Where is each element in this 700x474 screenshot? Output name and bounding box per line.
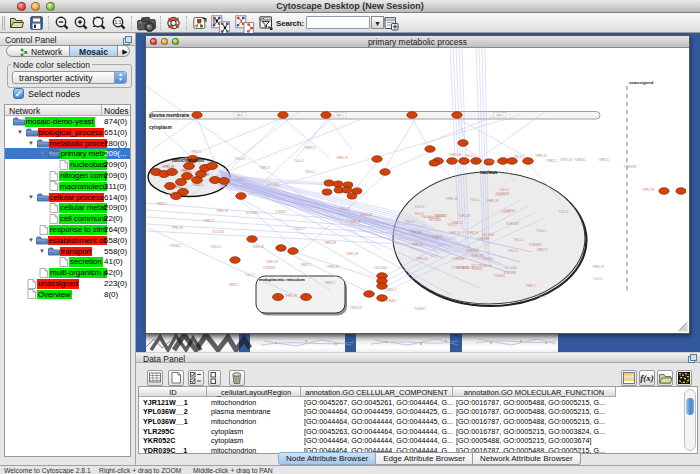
svg-text:YBR2-C: YBR2-C (546, 159, 558, 163)
svg-text:YHR1-W: YHR1-W (216, 209, 228, 213)
svg-text:YJL2-C: YJL2-C (558, 210, 569, 214)
svg-text:unassigned: unassigned (629, 80, 654, 85)
svg-text:YGL0-1: YGL0-1 (294, 159, 305, 163)
svg-text:YPR1-W: YPR1-W (642, 188, 654, 192)
svg-text:YPR1-W: YPR1-W (410, 231, 422, 235)
svg-text:YBR2-C: YBR2-C (203, 219, 215, 223)
svg-text:YPR1-W: YPR1-W (411, 243, 423, 247)
svg-text:YGL0-1: YGL0-1 (173, 185, 184, 189)
svg-text:YGL0-1: YGL0-1 (414, 205, 425, 209)
svg-text:f(x): f(x) (640, 373, 654, 383)
svg-text:YOR33W: YOR33W (452, 257, 465, 261)
svg-text:YGL0-1: YGL0-1 (470, 198, 481, 202)
svg-text:YKL0-2: YKL0-2 (305, 170, 315, 174)
svg-text:YDR1-W: YDR1-W (458, 214, 470, 218)
svg-text:YBR2-C: YBR2-C (180, 169, 192, 173)
svg-text:YBR2-C: YBR2-C (190, 150, 202, 154)
svg-text:YGL0-1: YGL0-1 (508, 249, 519, 253)
svg-text:YPR1-W: YPR1-W (535, 154, 547, 158)
svg-text:YHR1-W: YHR1-W (327, 265, 339, 269)
svg-text:YLR44C: YLR44C (432, 235, 444, 239)
svg-text:YJL2-C: YJL2-C (245, 273, 256, 277)
svg-text:YJL2-C: YJL2-C (495, 193, 506, 197)
svg-text:cytoplasm: cytoplasm (149, 125, 172, 130)
svg-text:YOR33W: YOR33W (529, 243, 542, 247)
svg-text:YOR33W: YOR33W (477, 237, 490, 241)
svg-text:YBR2-C: YBR2-C (259, 166, 271, 170)
svg-text:YGL0-1: YGL0-1 (211, 245, 222, 249)
svg-text:YOR33W: YOR33W (506, 222, 519, 226)
svg-text:lab-1: lab-1 (337, 113, 344, 117)
svg-text:YKL0-2: YKL0-2 (295, 227, 305, 231)
svg-text:YDR1-W: YDR1-W (252, 245, 264, 249)
svg-text:YKL0-2: YKL0-2 (405, 220, 415, 224)
svg-text:YHR1-W: YHR1-W (197, 173, 209, 177)
svg-text:YGL0-1: YGL0-1 (499, 188, 510, 192)
svg-text:YGL0-1: YGL0-1 (235, 178, 246, 182)
svg-text:YHR1-W: YHR1-W (324, 241, 336, 245)
svg-text:YHR1-W: YHR1-W (486, 199, 498, 203)
svg-text:YLR44C: YLR44C (494, 274, 506, 278)
svg-text:YHR1-W: YHR1-W (266, 260, 278, 264)
svg-text:YBR2-C: YBR2-C (451, 221, 463, 225)
svg-text:YOR33W: YOR33W (466, 249, 479, 253)
svg-text:YBR2-C: YBR2-C (598, 158, 610, 162)
svg-text:YBR2-C: YBR2-C (525, 284, 537, 288)
svg-text:lab-1: lab-1 (497, 113, 504, 117)
svg-text:YGL0-1: YGL0-1 (193, 183, 204, 187)
svg-text:YKL0-2: YKL0-2 (340, 207, 350, 211)
svg-text:YPR1-W: YPR1-W (171, 226, 183, 230)
svg-text:YGL0-1: YGL0-1 (386, 288, 397, 292)
svg-text:YBR2-C: YBR2-C (324, 281, 336, 285)
svg-text:YLR44C: YLR44C (385, 299, 397, 303)
svg-text:YDR1-W: YDR1-W (350, 306, 362, 310)
svg-text:YOR33W: YOR33W (503, 271, 516, 275)
svg-text:YGL0-1: YGL0-1 (235, 157, 246, 161)
svg-text:YDR1-W: YDR1-W (479, 264, 491, 268)
svg-text:YKL0-2: YKL0-2 (414, 212, 424, 216)
svg-text:YHR1-W: YHR1-W (449, 231, 461, 235)
svg-text:YGL0-1: YGL0-1 (488, 160, 499, 164)
svg-text:YDR1-W: YDR1-W (360, 213, 372, 217)
svg-text:YDR1-W: YDR1-W (346, 252, 358, 256)
svg-text:YPR1-W: YPR1-W (416, 257, 428, 261)
svg-text:YPR1-W: YPR1-W (592, 265, 604, 269)
svg-text:YLR44C: YLR44C (574, 158, 586, 162)
svg-text:YOR33W: YOR33W (624, 165, 637, 169)
svg-text:YBR2-C: YBR2-C (156, 202, 168, 206)
svg-text:YKL0-2: YKL0-2 (514, 238, 524, 242)
svg-text:YOR33W: YOR33W (263, 266, 276, 270)
svg-text:lab-1: lab-1 (237, 113, 244, 117)
svg-text:plasma membrane: plasma membrane (149, 113, 190, 118)
svg-text:YHR1-W: YHR1-W (285, 294, 297, 298)
svg-text:YHR1-W: YHR1-W (449, 153, 461, 157)
svg-text:GO-0441: GO-0441 (375, 266, 388, 270)
svg-text:1:1: 1:1 (115, 20, 122, 25)
svg-text:YPR1-W: YPR1-W (162, 165, 174, 169)
svg-text:GO-0441: GO-0441 (505, 266, 518, 270)
svg-text:YLR44C: YLR44C (414, 307, 426, 311)
svg-text:GO-0441: GO-0441 (429, 218, 442, 222)
svg-text:nucleus: nucleus (480, 170, 498, 175)
svg-text:YDR1-W: YDR1-W (560, 158, 572, 162)
svg-text:YDR1-W: YDR1-W (466, 231, 478, 235)
svg-text:mitochondrion: mitochondrion (172, 158, 204, 163)
svg-text:GO-0441: GO-0441 (267, 183, 280, 187)
svg-text:YLR44C: YLR44C (275, 210, 287, 214)
svg-text:YPR1-W: YPR1-W (446, 197, 458, 201)
svg-text:YGL0-1: YGL0-1 (536, 229, 547, 233)
svg-text:YHR1-W: YHR1-W (336, 156, 348, 160)
svg-text:YKL0-2: YKL0-2 (514, 155, 524, 159)
svg-text:YKL0-2: YKL0-2 (465, 154, 475, 158)
svg-text:GO-0441: GO-0441 (246, 211, 259, 215)
svg-text:YOR33W: YOR33W (451, 266, 464, 270)
svg-text:YBR2-C: YBR2-C (537, 248, 549, 252)
svg-text:YBR2-C: YBR2-C (304, 146, 316, 150)
svg-text:YBR2-C: YBR2-C (228, 283, 240, 287)
svg-text:YJL2-C: YJL2-C (593, 277, 604, 281)
svg-text:YDR1-W: YDR1-W (349, 220, 361, 224)
svg-text:YBR2-C: YBR2-C (300, 263, 312, 267)
svg-text:GO-0441: GO-0441 (212, 230, 225, 234)
svg-text:YLR44C: YLR44C (169, 244, 181, 248)
svg-text:endoplasmic reticulum: endoplasmic reticulum (259, 277, 305, 282)
